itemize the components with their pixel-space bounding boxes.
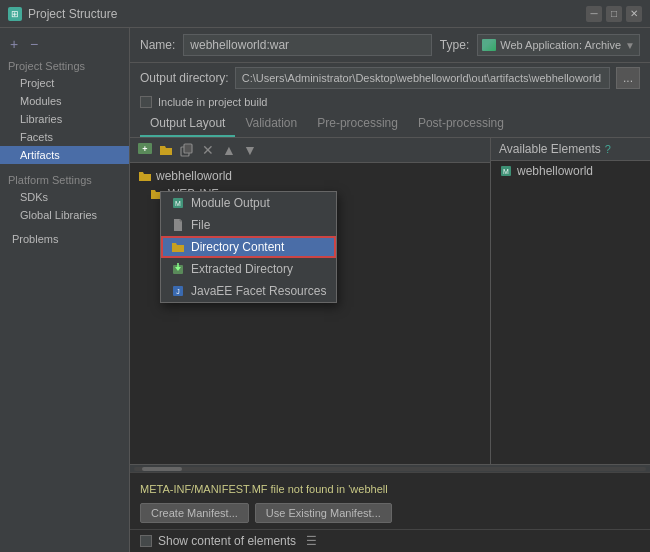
tabs-bar: Output Layout Validation Pre-processing … [130,111,650,138]
svg-rect-3 [184,144,192,153]
tree-content: M Module Output File [130,163,490,464]
sidebar-add-button[interactable]: + [6,36,22,52]
app-icon: ⊞ [8,7,22,21]
svg-text:J: J [176,288,180,295]
output-dir-label: Output directory: [140,71,229,85]
platform-settings-section: Platform Settings [0,170,129,188]
include-label: Include in project build [158,96,267,108]
dropdown-module-output[interactable]: M Module Output [161,192,336,214]
show-content-bar: Show content of elements ☰ [130,529,650,552]
maximize-button[interactable]: □ [606,6,622,22]
sidebar-item-global-libraries[interactable]: Global Libraries [0,206,129,224]
scrollbar-thumb [142,467,182,471]
name-input[interactable] [183,34,432,56]
svg-text:M: M [503,168,509,175]
sidebar: + − Project Settings Project Modules Lib… [0,28,130,552]
show-content-icon: ☰ [306,534,317,548]
manifest-warning: META-INF/MANIFEST.MF file not found in '… [140,479,640,499]
sidebar-item-problems[interactable]: Problems [0,230,129,248]
content-area: Name: Type: Web Application: Archive ▼ O… [130,28,650,552]
available-item-webhelloworld[interactable]: M webhelloworld [491,161,650,181]
sidebar-remove-button[interactable]: − [26,36,42,52]
add-dropdown-menu: M Module Output File [160,191,337,303]
type-label: Type: [440,38,469,52]
tab-validation[interactable]: Validation [235,111,307,137]
type-select[interactable]: Web Application: Archive ▼ [477,34,640,56]
sidebar-item-facets[interactable]: Facets [0,128,129,146]
svg-text:M: M [175,200,181,207]
create-manifest-button[interactable]: Create Manifest... [140,503,249,523]
include-check-bar: Include in project build [130,93,650,111]
type-select-text: Web Application: Archive [500,39,621,51]
sidebar-item-libraries[interactable]: Libraries [0,110,129,128]
scrollbar-track [134,467,646,471]
directory-content-icon [171,240,185,254]
tree-copy-button[interactable] [178,141,196,159]
svg-text:+: + [142,144,147,154]
tree-item-webhelloworld[interactable]: webhelloworld [130,167,490,185]
javaee-icon: J [171,284,185,298]
folder-icon [138,169,152,183]
tab-post-processing[interactable]: Post-processing [408,111,514,137]
type-dropdown-arrow: ▼ [625,40,635,51]
sidebar-item-sdks[interactable]: SDKs [0,188,129,206]
dropdown-directory-content[interactable]: Directory Content [161,236,336,258]
tree-area: + ✕ ▲ ▼ [130,138,490,464]
sidebar-toolbar: + − [0,32,129,56]
use-existing-manifest-button[interactable]: Use Existing Manifest... [255,503,392,523]
tab-pre-processing[interactable]: Pre-processing [307,111,408,137]
tree-toolbar: + ✕ ▲ ▼ [130,138,490,163]
tree-add-button[interactable]: + [136,141,154,159]
module-output-icon: M [171,196,185,210]
tree-elements-area: + ✕ ▲ ▼ [130,138,650,464]
tree-delete-button[interactable]: ✕ [199,141,217,159]
output-dir-input[interactable] [235,67,610,89]
manifest-buttons: Create Manifest... Use Existing Manifest… [140,503,640,523]
show-content-label: Show content of elements [158,534,296,548]
available-header: Available Elements ? [491,138,650,161]
title-bar: ⊞ Project Structure ─ □ ✕ [0,0,650,28]
project-settings-section: Project Settings [0,56,129,74]
close-button[interactable]: ✕ [626,6,642,22]
horizontal-scrollbar[interactable] [130,464,650,472]
tab-output-layout[interactable]: Output Layout [140,111,235,137]
file-icon [171,218,185,232]
tree-folder-button[interactable] [157,141,175,159]
manifest-area: META-INF/MANIFEST.MF file not found in '… [130,472,650,529]
sidebar-item-modules[interactable]: Modules [0,92,129,110]
show-content-checkbox[interactable] [140,535,152,547]
minimize-button[interactable]: ─ [586,6,602,22]
main-layout: + − Project Settings Project Modules Lib… [0,28,650,552]
name-label: Name: [140,38,175,52]
available-help-button[interactable]: ? [605,143,611,155]
available-elements-area: Available Elements ? M webhelloworld [490,138,650,464]
archive-icon [482,39,496,51]
extracted-dir-icon [171,262,185,276]
tree-down-button[interactable]: ▼ [241,141,259,159]
sidebar-item-artifacts[interactable]: Artifacts [0,146,129,164]
available-module-icon: M [499,164,513,178]
output-dir-browse-button[interactable]: ... [616,67,640,89]
window-title: Project Structure [28,7,117,21]
dropdown-extracted-directory[interactable]: Extracted Directory [161,258,336,280]
include-checkbox[interactable] [140,96,152,108]
dropdown-javaee-facet[interactable]: J JavaEE Facet Resources [161,280,336,302]
output-dir-bar: Output directory: ... [130,63,650,93]
dropdown-file[interactable]: File [161,214,336,236]
tree-up-button[interactable]: ▲ [220,141,238,159]
name-type-bar: Name: Type: Web Application: Archive ▼ [130,28,650,63]
sidebar-item-project[interactable]: Project [0,74,129,92]
available-title: Available Elements [499,142,601,156]
